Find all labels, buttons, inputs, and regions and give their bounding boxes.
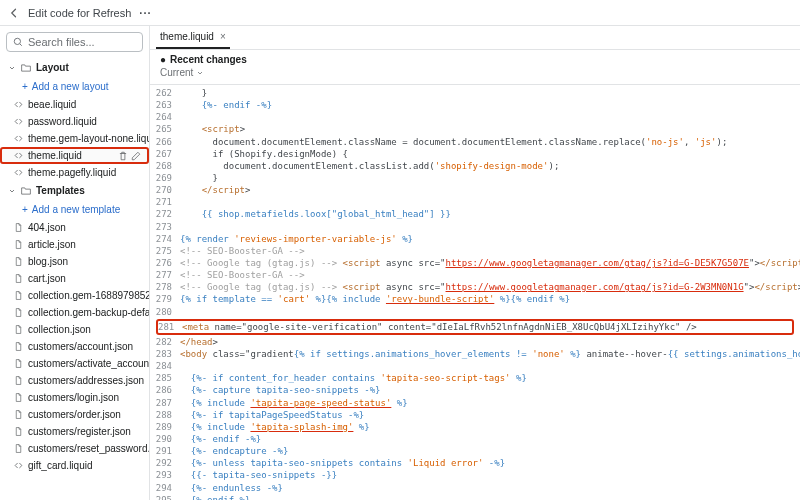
line-number: 274: [150, 233, 180, 245]
file-icon: [14, 393, 23, 402]
folder-templates[interactable]: Templates: [0, 181, 149, 200]
code-line[interactable]: 290 {%- endif -%}: [150, 433, 800, 445]
code-line[interactable]: 282</head>: [150, 336, 800, 348]
code-line[interactable]: 292 {%- unless tapita-seo-snippets conta…: [150, 457, 800, 469]
line-content: {%- endif -%}: [180, 433, 800, 445]
file-item[interactable]: 404.json: [0, 219, 149, 236]
line-content: </script>: [180, 184, 800, 196]
recent-sub-label: Current: [160, 67, 193, 78]
line-content: <!-- Google tag (gtag.js) --> <script as…: [180, 281, 800, 293]
delete-icon[interactable]: [118, 151, 128, 161]
code-line[interactable]: 288 {%- if tapitaPageSpeedStatus -%}: [150, 409, 800, 421]
code-line[interactable]: 295 {% endif %}: [150, 494, 800, 500]
code-line[interactable]: 275<!-- SEO-Booster-GA -->: [150, 245, 800, 257]
tab-theme-liquid[interactable]: theme.liquid ×: [156, 26, 230, 49]
code-line[interactable]: 278<!-- Google tag (gtag.js) --> <script…: [150, 281, 800, 293]
file-icon: [14, 325, 23, 334]
file-item[interactable]: theme.pagefly.liquid: [0, 164, 149, 181]
code-line[interactable]: 294 {%- endunless -%}: [150, 482, 800, 494]
tab-label: theme.liquid: [160, 31, 214, 42]
file-item[interactable]: customers/addresses.json: [0, 372, 149, 389]
line-content: {% include 'tapita-splash-img' %}: [180, 421, 800, 433]
code-line[interactable]: 285 {%- if content_for_header contains '…: [150, 372, 800, 384]
file-item[interactable]: blog.json: [0, 253, 149, 270]
line-content: {%- unless tapita-seo-snippets contains …: [180, 457, 800, 469]
code-line[interactable]: 291 {%- endcapture -%}: [150, 445, 800, 457]
file-item[interactable]: gift_card.liquid: [0, 457, 149, 474]
file-item[interactable]: customers/login.json: [0, 389, 149, 406]
add-layout[interactable]: Add a new layout: [0, 77, 149, 96]
file-item[interactable]: password.liquid: [0, 113, 149, 130]
file-item[interactable]: collection.gem-1688979852-tem...: [0, 287, 149, 304]
recent-heading: Recent changes: [170, 54, 247, 65]
file-item[interactable]: customers/order.json: [0, 406, 149, 423]
file-label: collection.json: [28, 324, 91, 335]
line-content: [180, 221, 800, 233]
file-item[interactable]: customers/account.json: [0, 338, 149, 355]
code-line[interactable]: 265 <script>: [150, 123, 800, 135]
code-line[interactable]: 272 {{ shop.metafields.loox["global_html…: [150, 208, 800, 220]
file-item[interactable]: theme.liquid: [0, 147, 149, 164]
line-number: 268: [150, 160, 180, 172]
code-line[interactable]: 279{% if template == 'cart' %}{% include…: [150, 293, 800, 305]
folder-layout[interactable]: Layout: [0, 58, 149, 77]
file-label: collection.gem-backup-default.js...: [28, 307, 149, 318]
file-item[interactable]: customers/reset_password.json: [0, 440, 149, 457]
code-line[interactable]: 267 if (Shopify.designMode) {: [150, 148, 800, 160]
search-input[interactable]: Search files...: [6, 32, 143, 52]
line-number: 290: [150, 433, 180, 445]
code-line[interactable]: 270 </script>: [150, 184, 800, 196]
recent-dropdown[interactable]: Current: [160, 67, 790, 78]
code-line[interactable]: 280: [150, 306, 800, 318]
code-line[interactable]: 276<!-- Google tag (gtag.js) --> <script…: [150, 257, 800, 269]
file-icon: [14, 240, 23, 249]
code-line[interactable]: 264: [150, 111, 800, 123]
file-item[interactable]: beae.liquid: [0, 96, 149, 113]
line-number: 267: [150, 148, 180, 160]
code-line[interactable]: 268 document.documentElement.classList.a…: [150, 160, 800, 172]
file-item[interactable]: theme.gem-layout-none.liquid: [0, 130, 149, 147]
file-item[interactable]: article.json: [0, 236, 149, 253]
code-line[interactable]: 273: [150, 221, 800, 233]
code-line[interactable]: 262 }: [150, 87, 800, 99]
file-label: blog.json: [28, 256, 68, 267]
code-line[interactable]: 274{% render 'reviews-importer-variable-…: [150, 233, 800, 245]
code-line[interactable]: 284: [150, 360, 800, 372]
code-line[interactable]: 289 {% include 'tapita-splash-img' %}: [150, 421, 800, 433]
code-line[interactable]: 287 {% include 'tapita-page-speed-status…: [150, 397, 800, 409]
close-icon[interactable]: ×: [220, 31, 226, 42]
line-number: 287: [150, 397, 180, 409]
code-line[interactable]: 281<meta name="google-site-verification"…: [156, 319, 794, 335]
add-templates[interactable]: Add a new template: [0, 200, 149, 219]
code-editor[interactable]: 262 }263 {%- endif -%}264265 <script>266…: [150, 85, 800, 500]
file-item[interactable]: customers/activate_account.json: [0, 355, 149, 372]
editor-pane: theme.liquid × ● Recent changes Current …: [150, 26, 800, 500]
bullet-icon: ●: [160, 54, 166, 65]
line-content: [180, 360, 800, 372]
recent-changes: ● Recent changes Current: [150, 50, 800, 85]
chevron-down-icon: [196, 69, 204, 77]
code-line[interactable]: 277<!-- SEO-Booster-GA -->: [150, 269, 800, 281]
line-number: 295: [150, 494, 180, 500]
code-line[interactable]: 269 }: [150, 172, 800, 184]
edit-icon[interactable]: [131, 151, 141, 161]
folder-icon: [21, 186, 31, 196]
code-line[interactable]: 293 {{- tapita-seo-snippets -}}: [150, 469, 800, 481]
file-label: beae.liquid: [28, 99, 76, 110]
search-icon: [13, 37, 23, 47]
code-line[interactable]: 263 {%- endif -%}: [150, 99, 800, 111]
file-label: customers/order.json: [28, 409, 121, 420]
more-icon[interactable]: ···: [139, 7, 151, 19]
code-line[interactable]: 286 {%- capture tapita-seo-snippets -%}: [150, 384, 800, 396]
line-number: 282: [150, 336, 180, 348]
file-item[interactable]: collection.json: [0, 321, 149, 338]
line-number: 294: [150, 482, 180, 494]
file-item[interactable]: customers/register.json: [0, 423, 149, 440]
file-item[interactable]: cart.json: [0, 270, 149, 287]
file-item[interactable]: collection.gem-backup-default.js...: [0, 304, 149, 321]
code-line[interactable]: 271: [150, 196, 800, 208]
code-line[interactable]: 266 document.documentElement.className =…: [150, 136, 800, 148]
line-content: <body class="gradient{% if settings.anim…: [180, 348, 800, 360]
code-line[interactable]: 283<body class="gradient{% if settings.a…: [150, 348, 800, 360]
back-icon[interactable]: [8, 7, 20, 19]
